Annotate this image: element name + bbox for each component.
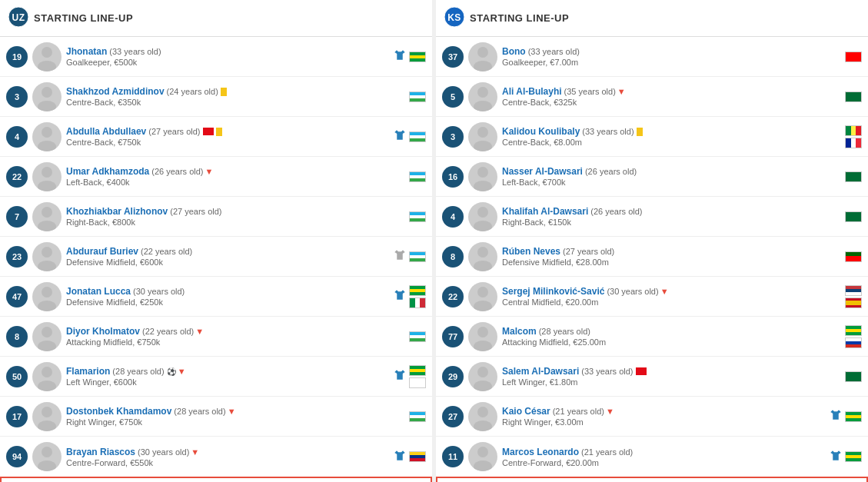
player-name-line: Jonatan Lucca (30 years old) [66,286,391,297]
team-icon: UZ [8,6,29,30]
player-name[interactable]: Shakhzod Azmiddinov [66,86,165,97]
player-flags [409,211,426,222]
player-action-icons [394,49,406,64]
player-age: (33 years old) [528,47,580,56]
player-age: (21 years old) [581,447,633,457]
player-details: Left Winger, €600k [66,377,391,387]
player-info: Khalifah Al-Dawsari (26 years old)Right-… [502,206,826,227]
player-info: Flamarion (28 years old)⚽▼Left Winger, €… [66,366,391,387]
player-name[interactable]: Kalidou Koulibaly [502,126,580,137]
svg-point-33 [474,61,492,71]
player-flags [845,171,862,182]
flag-uzb [409,411,426,422]
player-details: Goalkeeper, €7.00m [502,58,826,67]
player-photo [468,362,497,391]
player-row: 22 Sergej Milinković-Savić (30 years old… [436,277,868,317]
player-number: 22 [442,286,464,307]
player-age: (24 years old) [167,87,218,96]
player-number: 19 [6,46,28,68]
svg-point-13 [38,221,56,231]
player-flags [845,325,862,348]
svg-point-40 [477,207,488,218]
red-arrow: ▼ [228,407,236,416]
player-name[interactable]: Dostonbek Khamdamov [66,406,171,417]
player-name[interactable]: Kaio César [502,406,550,417]
player-name[interactable]: Rúben Neves [502,246,560,257]
shirt-gray-icon [394,249,406,264]
player-info: Diyor Kholmatov (22 years old)▼Attacking… [66,326,391,347]
svg-point-45 [474,301,492,311]
player-action-icons [830,450,842,464]
svg-point-54 [474,460,492,471]
flag-bra [409,365,426,376]
svg-marker-9 [394,130,405,140]
player-photo [32,242,62,271]
player-name[interactable]: Diyor Kholmatov [66,326,140,337]
player-photo [32,282,62,311]
team-header: KS STARTING LINE-UP [436,0,868,37]
player-photo [468,42,497,71]
player-row: 29 Salem Al-Dawsari (33 years old)Left W… [436,357,868,397]
player-number: 5 [442,86,464,108]
player-name[interactable]: Abdurauf Buriev [66,246,138,257]
red-arrow: ▼ [617,87,626,96]
player-age: (28 years old) [539,327,590,336]
player-name-line: Malcom (28 years old) [502,326,826,337]
player-details: Right-Back, €800k [66,218,391,227]
player-name[interactable]: Abdulla Abdullaev [66,126,146,137]
player-age: (26 years old) [151,167,203,176]
svg-point-46 [477,327,488,337]
svg-point-23 [38,381,56,391]
player-name[interactable]: Brayan Riascos [66,447,135,457]
player-name[interactable]: Bono [502,46,526,57]
player-action-icons [394,450,406,464]
player-name[interactable]: Salem Al-Dawsari [502,366,579,377]
player-name[interactable]: Khalifah Al-Dawsari [502,206,588,217]
player-row: 8 Rúben Neves (27 years old)Defensive Mi… [436,237,868,277]
player-info: Salem Al-Dawsari (33 years old)Left Wing… [502,366,826,387]
player-photo [468,82,497,111]
player-name[interactable]: Khozhiakbar Alizhonov [66,206,168,217]
shirt-icon [394,129,406,144]
svg-marker-24 [394,370,405,380]
player-flags [409,131,426,142]
flag-uzb [409,131,426,142]
player-number: 11 [442,446,464,467]
player-flags [409,52,426,62]
flag-sen [845,125,862,136]
player-row: 37 Bono (33 years old)Goalkeeper, €7.00m [436,37,868,77]
player-name-line: Marcos Leonardo (21 years old) [502,447,826,457]
player-name[interactable]: Jonatan Lucca [66,286,131,297]
player-photo [468,442,497,471]
svg-point-11 [38,181,56,191]
svg-point-26 [38,421,56,431]
flag-bra [409,285,426,296]
svg-point-32 [477,47,488,58]
player-name[interactable]: Umar Adkhamzoda [66,166,149,177]
player-info: Kalidou Koulibaly (33 years old)Centre-B… [502,126,826,147]
player-row: 17 Dostonbek Khamdamov (28 years old)▼Ri… [0,397,432,437]
player-name[interactable]: Jhonatan [66,46,107,57]
player-row: 4 Khalifah Al-Dawsari (26 years old)Righ… [436,197,868,237]
player-name[interactable]: Marcos Leonardo [502,447,579,457]
player-name[interactable]: Nasser Al-Dawsari [502,166,583,177]
player-info: Brayan Riascos (30 years old)▼Centre-For… [66,447,391,467]
shirt-icon [394,369,406,384]
player-name-line: Sergej Milinković-Savić (30 years old)▼ [502,286,826,297]
red-arrow: ▼ [606,407,614,416]
flag-bra [845,451,862,462]
player-info: Sergej Milinković-Savić (30 years old)▼C… [502,286,826,307]
player-name[interactable]: Ali Al-Bulayhi [502,86,562,97]
player-details: Left Winger, €1.80m [502,377,826,387]
player-details: Defensive Midfield, €28.00m [502,258,826,267]
player-name[interactable]: Malcom [502,326,537,337]
player-details: Defensive Midfield, €250k [66,298,391,307]
player-name-line: Umar Adkhamzoda (26 years old)▼ [66,166,391,177]
player-details: Right-Back, €150k [502,218,826,227]
svg-point-3 [38,61,56,71]
svg-point-17 [42,287,52,298]
player-name[interactable]: Sergej Milinković-Savić [502,286,604,297]
player-name[interactable]: Flamarion [66,366,110,377]
svg-point-28 [38,460,56,471]
player-details: Central Midfield, €20.00m [502,298,826,307]
